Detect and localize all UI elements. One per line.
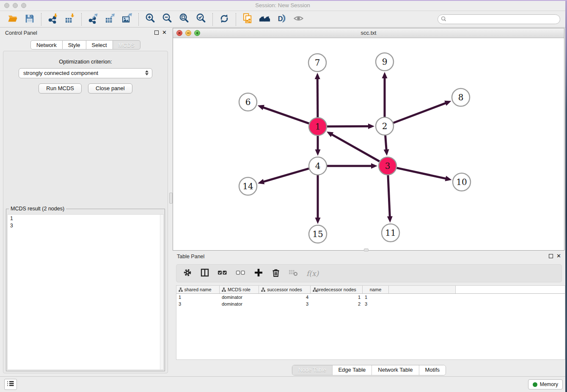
graph-edge-1-6[interactable]: [263, 107, 309, 123]
table-panel: Table Panel ✕ f(x) shared name: [173, 251, 565, 376]
zoom-out-icon: [162, 13, 173, 26]
frame-minimize-icon[interactable]: [185, 30, 191, 36]
show-columns-button[interactable]: [200, 268, 209, 279]
frame-close-icon[interactable]: [176, 30, 182, 36]
tab-mcds[interactable]: MCDS: [113, 40, 140, 50]
sort-icon[interactable]: [313, 287, 317, 293]
cell-predecessor-nodes[interactable]: 1: [311, 295, 363, 300]
table-tabs: Node Table Edge Table Network Table Moti…: [292, 365, 446, 375]
open-session-button[interactable]: [4, 13, 21, 26]
sort-icon[interactable]: [179, 287, 183, 293]
tab-network-table[interactable]: Network Table: [372, 365, 419, 375]
table-row[interactable]: 3 dominator 3 2 3: [176, 301, 565, 307]
cell-predecessor-nodes[interactable]: 2: [311, 301, 363, 306]
zoom-window-button[interactable]: [21, 3, 26, 8]
task-history-button[interactable]: [4, 379, 17, 390]
graph-edge-4-14[interactable]: [263, 168, 309, 182]
unselect-all-columns-button[interactable]: [236, 268, 246, 279]
graph-node-label: 15: [312, 229, 323, 239]
cell-name[interactable]: 1: [363, 295, 389, 300]
export-image-button[interactable]: [118, 13, 135, 26]
cell-shared-name[interactable]: 3: [176, 301, 220, 306]
control-panel-title: Control Panel: [5, 30, 37, 36]
hide-panels-button[interactable]: [290, 13, 307, 26]
float-panel-icon[interactable]: [154, 30, 159, 35]
import-table-button[interactable]: [61, 13, 78, 26]
function-builder-button[interactable]: f(x): [306, 269, 319, 278]
table-options-button[interactable]: [183, 268, 192, 279]
panel-splitter-handle[interactable]: [169, 193, 173, 204]
float-panel-icon[interactable]: [549, 254, 553, 258]
cell-mcds-role[interactable]: dominator: [220, 301, 259, 306]
network-canvas[interactable]: 1234678910111415: [173, 39, 564, 250]
mcds-result-textarea[interactable]: 1 3: [7, 214, 164, 370]
network-frame-titlebar[interactable]: scc.txt: [173, 28, 564, 38]
export-table-icon: [105, 13, 116, 26]
tab-edge-table[interactable]: Edge Table: [332, 365, 372, 375]
zoom-in-button[interactable]: [142, 13, 159, 26]
cyndex-button[interactable]: D: [273, 13, 290, 26]
delete-table-button[interactable]: [289, 268, 298, 279]
tab-select[interactable]: Select: [86, 40, 113, 50]
tab-style[interactable]: Style: [63, 40, 86, 50]
graph-edge-3-1[interactable]: [331, 134, 380, 161]
mcds-result-line: 3: [8, 222, 163, 229]
column-header-mcds-role[interactable]: MCDS role: [220, 286, 259, 293]
cell-shared-name[interactable]: 1: [176, 295, 220, 300]
column-header-name[interactable]: name: [363, 286, 389, 293]
run-mcds-button[interactable]: Run MCDS: [39, 83, 82, 94]
status-bar: Memory: [0, 376, 565, 392]
graph-edge-arrowhead: [387, 216, 393, 223]
memory-label: Memory: [540, 381, 558, 387]
new-network-from-file-button[interactable]: [239, 13, 256, 26]
close-panel-icon[interactable]: ✕: [556, 254, 561, 258]
minimize-window-button[interactable]: [13, 3, 18, 8]
refresh-button[interactable]: [216, 13, 233, 26]
select-all-columns-button[interactable]: [217, 268, 228, 279]
graph-edge-1-7[interactable]: [317, 78, 318, 117]
memory-button[interactable]: Memory: [528, 379, 563, 389]
home-button[interactable]: [256, 13, 273, 26]
export-network-button[interactable]: [85, 13, 102, 26]
graph-edge-3-11[interactable]: [388, 175, 390, 217]
panel-splitter-handle[interactable]: [364, 248, 369, 251]
column-header-shared-name[interactable]: shared name: [176, 286, 220, 293]
graph-edge-3-10[interactable]: [396, 168, 446, 179]
zoom-selected-button[interactable]: [193, 13, 209, 26]
graph-edge-arrowhead: [444, 101, 451, 106]
close-window-button[interactable]: [4, 3, 9, 8]
tab-motifs[interactable]: Motifs: [419, 365, 446, 375]
import-network-button[interactable]: [44, 13, 61, 26]
export-table-button[interactable]: [102, 13, 118, 26]
cell-successor-nodes[interactable]: 3: [259, 301, 311, 306]
cell-name[interactable]: 3: [363, 301, 389, 306]
table-row[interactable]: 1 dominator 4 1 1: [176, 294, 565, 301]
result-scrollbar[interactable]: [160, 215, 163, 370]
cell-successor-nodes[interactable]: 4: [259, 295, 311, 300]
sort-icon[interactable]: [222, 287, 226, 293]
search-input[interactable]: [449, 17, 557, 22]
criterion-dropdown[interactable]: strongly connected component: [19, 68, 152, 78]
delete-columns-button[interactable]: [271, 268, 281, 279]
refresh-icon: [219, 13, 230, 26]
window-buttons: [4, 3, 26, 8]
search-field[interactable]: [438, 14, 560, 24]
graph-edge-arrowhead: [315, 149, 321, 156]
column-header-predecessor-nodes[interactable]: predecessor nodes: [311, 286, 363, 293]
cell-mcds-role[interactable]: dominator: [220, 295, 259, 300]
desktop-edge-top: [0, 0, 567, 1]
graph-edge-2-3[interactable]: [385, 135, 387, 150]
graph-edge-1-2[interactable]: [327, 126, 369, 127]
close-panel-button[interactable]: Close panel: [88, 83, 132, 94]
frame-zoom-icon[interactable]: [194, 30, 200, 36]
graph-edge-2-8[interactable]: [394, 103, 446, 123]
save-session-button[interactable]: [21, 13, 38, 26]
tab-node-table[interactable]: Node Table: [292, 365, 333, 375]
zoom-fit-button[interactable]: [176, 13, 193, 26]
sort-icon[interactable]: [261, 287, 265, 293]
zoom-out-button[interactable]: [159, 13, 176, 26]
add-column-button[interactable]: [254, 268, 263, 279]
tab-network[interactable]: Network: [30, 40, 63, 50]
column-header-successor-nodes[interactable]: successor nodes: [259, 286, 311, 293]
close-panel-icon[interactable]: ✕: [162, 30, 167, 35]
